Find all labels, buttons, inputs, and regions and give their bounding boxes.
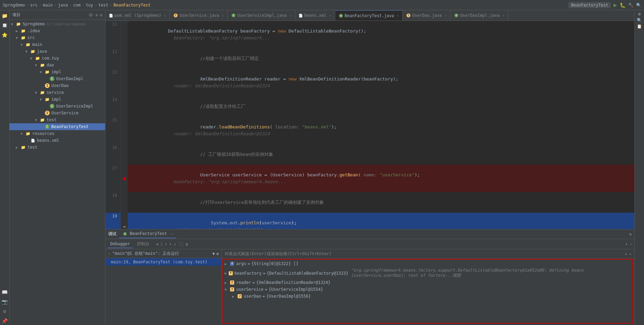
debugger-tab[interactable]: Debugger — [108, 240, 133, 248]
line-gutter-13 — [121, 69, 128, 96]
tree-dao-impl[interactable]: ▼ 📁 impl — [10, 68, 105, 75]
tree-src[interactable]: ▼ 📁 src — [10, 34, 105, 41]
step-over-icon[interactable]: ⤵ — [161, 242, 163, 247]
step-out-icon[interactable]: ⬆ — [169, 242, 172, 247]
tab-userserviceimpl-close[interactable]: ✕ — [289, 14, 291, 17]
sep4: › — [69, 3, 72, 8]
filter-icon[interactable]: ▼ — [213, 251, 215, 256]
expr-bar-icons: ⬆ ⋯ — [625, 252, 632, 257]
tab-beans-xml[interactable]: 📄 beans.xml ✕ — [295, 10, 335, 21]
code-line-15: 15 reader.loadBeanDefinitions( location:… — [105, 117, 634, 144]
folder-icon: 📁 — [21, 35, 26, 40]
frames-icon[interactable]: ⬛ — [178, 242, 184, 247]
tree-userdaoimpl[interactable]: C UserDaoImpl — [10, 75, 105, 82]
build-icon[interactable]: 🔨 — [628, 3, 633, 8]
tree-dao[interactable]: ▼ 📁 dao — [10, 62, 105, 68]
run-config-dropdown[interactable]: BeanFactoryTest — [568, 2, 611, 8]
search-icon[interactable]: 🔍 — [636, 3, 641, 8]
right-icon-3[interactable]: 📋 — [637, 24, 642, 29]
breakpoint-icon[interactable]: ● — [123, 175, 126, 182]
pin-icon[interactable]: 📌 — [1, 317, 9, 325]
chevron-down-icon: ▼ — [40, 70, 45, 74]
tab-beans-xml-close[interactable]: ✕ — [329, 14, 331, 17]
expand-reader-icon[interactable]: ▶ — [225, 281, 229, 285]
tree-root[interactable]: ▼ 📁 Sprngdemo D:\idea\Sprngdemo — [10, 21, 105, 27]
tab-userservice[interactable]: I UserService.java ✕ — [170, 10, 228, 21]
breadcrumb-item-6[interactable]: tuy — [86, 3, 93, 8]
line-content-15: reader.loadBeanDefinitions( location: "b… — [128, 117, 634, 144]
line-gutter-15 — [121, 117, 128, 144]
add-expr-icon[interactable]: ⬆ — [625, 252, 627, 257]
breadcrumb-item-1[interactable]: Sprngdemo — [3, 3, 25, 8]
expand-args-icon[interactable]: ▶ — [225, 262, 229, 266]
camera-icon[interactable]: 📷 — [1, 298, 9, 306]
tree-test-folder[interactable]: ▼ 📁 test — [10, 116, 105, 123]
tree-resources[interactable]: ▼ 📁 resources — [10, 130, 105, 137]
right-icon-2[interactable]: 🔍 — [637, 18, 642, 23]
tab-pom-close[interactable]: ✕ — [164, 14, 166, 17]
expand-userdao-icon[interactable]: ▶ — [232, 295, 237, 298]
breadcrumb-item-2[interactable]: src — [30, 3, 38, 8]
tree-service[interactable]: ▼ 📁 service — [10, 89, 105, 96]
tab-pom-xml[interactable]: 📄 pom.xml (Sprngdemo) ✕ — [105, 10, 170, 21]
tab-beanfactorytest[interactable]: C BeanFactoryTest.java ✕ — [335, 10, 403, 21]
breadcrumb-item-7[interactable]: test — [98, 3, 108, 8]
project-icon[interactable]: 📁 — [1, 12, 9, 20]
structure-icon[interactable]: 🔲 — [1, 21, 9, 29]
console-tab[interactable]: 控制台 — [134, 240, 152, 248]
right-icon-1[interactable]: ⚙ — [638, 12, 641, 16]
add-icon[interactable]: ➕ — [88, 13, 93, 17]
stack-frame-label: main:19, BeanFactoryTest (com.tuy.test) — [111, 260, 207, 264]
book-icon[interactable]: 📖 — [1, 288, 9, 296]
expand-userservice-icon[interactable]: ▼ — [225, 288, 229, 291]
tree-beans-xml[interactable]: 📄 beans.xml — [10, 137, 105, 144]
tree-userdao[interactable]: I UserDao — [10, 82, 105, 89]
tree-service-label: service — [47, 90, 64, 95]
settings-thread-icon[interactable]: ⚙ — [216, 251, 219, 256]
tree-java[interactable]: ▼ 📁 java — [10, 48, 105, 55]
class-icon: C — [49, 76, 55, 82]
line-num-14: 14 — [105, 96, 121, 117]
code-editor[interactable]: 11 DefaultListableBeanFactory beanFactor… — [105, 21, 634, 229]
variables-icon[interactable]: ≣ — [186, 242, 188, 247]
list-icon[interactable]: ≡ — [156, 242, 159, 247]
line-content-18: //打印userService若有地址则代表工厂的确创建了实例对象 — [128, 192, 634, 213]
run-to-cursor-icon[interactable]: ↗ — [174, 242, 176, 247]
collapse-icon[interactable]: ≡ — [96, 13, 98, 17]
tree-userserviceimpl[interactable]: C UserServiceImpl — [10, 103, 105, 110]
tree-test-root[interactable]: ▶ 📁 test — [10, 144, 105, 151]
settings-gear-icon[interactable]: ⚙ — [629, 232, 632, 237]
breadcrumb-item-5[interactable]: com — [73, 3, 80, 8]
more-icon[interactable]: ⋯ — [630, 242, 632, 247]
tab-userdao[interactable]: I UserDao.java ✕ — [403, 10, 451, 21]
tab-beanfactorytest-close[interactable]: ✕ — [397, 14, 399, 17]
run-button[interactable]: ▶ — [614, 2, 617, 8]
tab-userservice-close[interactable]: ✕ — [222, 14, 224, 17]
tree-service-impl[interactable]: ▼ 📁 impl — [10, 96, 105, 103]
right-sidebar: ⚙ 🔍 📋 — [634, 10, 644, 325]
step-into-icon[interactable]: ⬇ — [165, 242, 167, 247]
debug-button[interactable]: 🐛 — [620, 2, 626, 8]
tree-userservice[interactable]: I UserService — [10, 110, 105, 116]
settings-icon[interactable]: ⚙ — [1, 307, 9, 315]
favorites-icon[interactable]: ⭐ — [1, 31, 9, 39]
folder-icon: 📁 — [35, 55, 40, 61]
breadcrumb-item-4[interactable]: java — [58, 3, 68, 8]
tree-beanfactorytest[interactable]: C BeanFactoryTest — [10, 123, 105, 130]
tab-userserviceimpl[interactable]: C UserServiceImpl.java ✕ — [228, 10, 295, 21]
stack-frame-0[interactable]: main:19, BeanFactoryTest (com.tuy.test) — [105, 258, 222, 266]
tab-userdao-close[interactable]: ✕ — [445, 14, 447, 17]
settings-small-icon[interactable]: ⚙ — [100, 13, 102, 17]
tab-userdaoimpl[interactable]: C UserDaoImpl.java ✕ — [451, 10, 508, 21]
pin-vars-icon[interactable]: ⬆ — [626, 242, 628, 247]
tree-com-tuy[interactable]: ▼ 📁 com.tuy — [10, 55, 105, 62]
chevron-down-icon: ▼ — [16, 36, 21, 40]
expand-beanfactory-icon[interactable]: ▶ — [225, 271, 228, 275]
tab-userdaoimpl-close[interactable]: ✕ — [502, 14, 504, 17]
tree-main[interactable]: ▼ 📁 main — [10, 41, 105, 48]
tree-idea[interactable]: ▶ 📁 .idea — [10, 27, 105, 34]
bottom-tab-beanfactorytest[interactable]: C BeanFactoryTest ✕ — [119, 230, 176, 238]
bottom-tab-close[interactable]: ✕ — [171, 232, 173, 236]
breadcrumb-item-3[interactable]: main — [43, 3, 53, 8]
expr-settings-icon[interactable]: ⋯ — [629, 252, 632, 257]
